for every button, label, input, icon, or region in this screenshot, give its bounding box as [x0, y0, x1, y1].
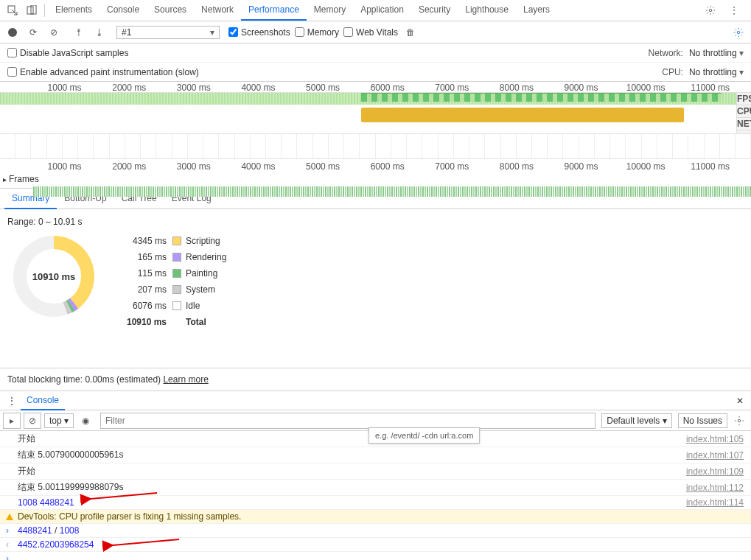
garbage-icon[interactable]: 🗑 [402, 24, 419, 41]
inspect-icon[interactable] [3, 1, 22, 20]
legend-row-rendering: 165 msRendering [118, 252, 226, 262]
ruler-tick: 10000 ms [626, 161, 666, 172]
console-line [0, 552, 751, 560]
record-button[interactable] [4, 24, 21, 41]
console-tab[interactable]: Console [21, 391, 65, 410]
legend-row-painting: 115 msPainting [118, 268, 226, 279]
console-output[interactable]: e.g. /eventd/ -cdn url:a.com 开始index.htm… [0, 431, 751, 560]
svg-point-4 [737, 31, 740, 34]
tab-layers[interactable]: Layers [516, 0, 557, 21]
ruler-tick: 5000 ms [306, 161, 340, 172]
tab-security[interactable]: Security [411, 0, 458, 21]
load-profile-button[interactable]: ⭱ [71, 24, 87, 41]
console-clear-button[interactable]: ⊘ [24, 413, 41, 429]
svg-point-5 [738, 419, 741, 422]
network-label: Network: [649, 48, 683, 58]
advanced-paint-checkbox[interactable]: Enable advanced paint instrumentation (s… [7, 67, 199, 77]
disable-js-checkbox[interactable]: Disable JavaScript samples [7, 48, 128, 58]
ruler-tick: 7000 ms [435, 161, 469, 172]
cpu-throttling-select[interactable]: No throttling [689, 67, 744, 77]
source-link[interactable]: index.html:112 [686, 483, 744, 493]
lane-label: CPU [737, 105, 751, 118]
ruler-tick: 4000 ms [241, 83, 275, 93]
legend-total: 10910 msTotal [118, 317, 226, 327]
tab-performance[interactable]: Performance [241, 0, 307, 21]
ruler-tick: 5000 ms [306, 83, 340, 93]
console-line: 4452.62003968254 [0, 538, 751, 552]
tab-elements[interactable]: Elements [48, 0, 99, 21]
expand-frames-icon[interactable]: ▸ [3, 175, 7, 183]
lane-label: FPS [737, 93, 751, 105]
console-line: 结束 5.007900000005961sindex.html:107 [0, 447, 751, 463]
advanced-paint-label: Enable advanced paint instrumentation (s… [20, 67, 199, 77]
source-link[interactable]: index.html:105 [686, 434, 744, 444]
summary-pane: Range: 0 – 10.91 s 10910 ms 4345 msScrip… [0, 209, 751, 368]
ruler-tick: 3000 ms [177, 83, 211, 93]
legend-row-system: 207 msSystem [118, 284, 226, 295]
console-line: 1008 4488241index.html:114 [0, 496, 751, 510]
ruler-tick: 1000 ms [48, 161, 82, 172]
console-context-select[interactable]: top ▾ [44, 413, 74, 428]
clear-button[interactable]: ⊘ [46, 24, 62, 41]
console-filter-input[interactable] [100, 413, 595, 429]
drawer-menu-icon[interactable]: ⋮ [3, 396, 21, 406]
tab-application[interactable]: Application [353, 0, 411, 21]
console-settings-icon[interactable] [730, 413, 748, 429]
live-expression-icon[interactable]: ◉ [77, 413, 94, 429]
webvitals-checkbox[interactable]: Web Vitals [343, 27, 398, 38]
svg-rect-1 [27, 7, 33, 14]
issues-button[interactable]: No Issues [678, 413, 727, 428]
device-icon[interactable] [22, 1, 41, 20]
filter-hint-tooltip: e.g. /eventd/ -cdn url:a.com [368, 427, 480, 444]
source-link[interactable]: index.html:114 [686, 497, 744, 508]
console-sidebar-toggle[interactable]: ▸ [3, 413, 21, 429]
tbt-text: Total blocking time: 0.00ms (estimated) [7, 374, 161, 385]
screenshots-label: Screenshots [241, 27, 290, 38]
frames-label: Frames [9, 174, 39, 184]
tab-network[interactable]: Network [194, 0, 241, 21]
profile-selector[interactable]: #1 [116, 26, 220, 39]
capture-settings-icon[interactable] [730, 24, 747, 41]
ruler-tick: 1000 ms [48, 83, 82, 93]
ruler-tick: 8000 ms [500, 83, 534, 93]
source-link[interactable]: index.html:109 [686, 466, 744, 477]
settings-icon[interactable] [701, 1, 720, 20]
tab-sources[interactable]: Sources [147, 0, 194, 21]
console-line: 4488241 / 1008 [0, 524, 751, 538]
network-throttling-select[interactable]: No throttling [689, 48, 744, 58]
more-icon[interactable]: ⋮ [724, 1, 744, 20]
console-line: DevTools: CPU profile parser is fixing 1… [0, 510, 751, 524]
svg-point-3 [709, 9, 712, 12]
total-blocking-time: Total blocking time: 0.00ms (estimated) … [0, 368, 751, 391]
save-profile-button[interactable]: ⭳ [91, 24, 108, 41]
disable-js-label: Disable JavaScript samples [20, 48, 128, 58]
tab-lighthouse[interactable]: Lighthouse [458, 0, 516, 21]
ruler-tick: 4000 ms [241, 161, 275, 172]
range-label: Range: 0 – 10.91 s [7, 217, 744, 227]
cpu-label: CPU: [662, 67, 683, 77]
legend-row-idle: 6076 msIdle [118, 301, 226, 311]
log-levels-select[interactable]: Default levels ▾ [601, 413, 671, 428]
ruler-tick: 8000 ms [500, 161, 534, 172]
console-line: 结束 5.001199999988079sindex.html:112 [0, 480, 751, 496]
memory-checkbox[interactable]: Memory [295, 27, 339, 38]
lane-label: NET [737, 118, 751, 130]
ruler-tick: 6000 ms [371, 83, 405, 93]
ruler-tick: 10000 ms [626, 83, 666, 93]
source-link[interactable]: index.html:107 [686, 450, 744, 461]
memory-label: Memory [307, 27, 339, 38]
summary-donut: 10910 ms [13, 236, 94, 317]
timeline[interactable]: 1000 ms2000 ms3000 ms4000 ms5000 ms6000 … [0, 82, 751, 189]
ruler-tick: 11000 ms [691, 83, 730, 93]
tab-console[interactable]: Console [99, 0, 147, 21]
ruler-tick: 9000 ms [564, 161, 598, 172]
reload-button[interactable]: ⟳ [25, 24, 41, 41]
tbt-learn-more-link[interactable]: Learn more [163, 374, 208, 385]
tab-memory[interactable]: Memory [307, 0, 353, 21]
frames-strip[interactable] [33, 186, 751, 197]
close-drawer-icon[interactable]: ✕ [732, 396, 748, 406]
ruler-tick: 7000 ms [435, 83, 469, 93]
screenshots-checkbox[interactable]: Screenshots [228, 27, 290, 38]
webvitals-label: Web Vitals [356, 27, 398, 38]
ruler-tick: 3000 ms [177, 161, 211, 172]
